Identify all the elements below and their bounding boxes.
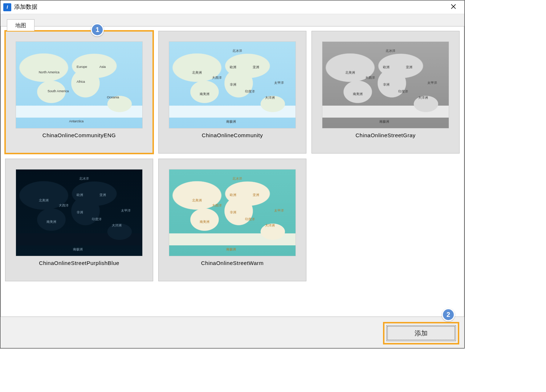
map-region-label: 印度洋 — [398, 89, 408, 94]
map-region-label: 印度洋 — [92, 217, 102, 222]
map-thumbnail: 北冰洋北美洲欧洲亚洲大西洋非洲印度洋南美洲太平洋大洋洲南极洲 — [169, 41, 296, 128]
map-region-label: 非洲 — [383, 82, 390, 87]
map-region-label: 欧洲 — [77, 193, 83, 197]
map-region-label: 北美洲 — [39, 198, 49, 203]
map-region-label: 大西洋 — [212, 203, 222, 208]
map-thumbnail: 北冰洋北美洲欧洲亚洲大西洋非洲印度洋南美洲太平洋大洋洲南极洲 — [322, 41, 449, 128]
map-region-label: North America — [39, 70, 60, 74]
map-region-label: 北冰洋 — [232, 176, 242, 181]
map-region-label: 南极洲 — [226, 247, 236, 252]
map-region-label: 南极洲 — [226, 119, 236, 124]
map-region-label: 大洋洲 — [265, 95, 275, 100]
map-card-label: ChinaOnlineStreetWarm — [201, 260, 264, 266]
add-button-highlight: 添加 2 — [383, 322, 459, 344]
map-region-label: 南极洲 — [379, 119, 389, 124]
dialog-footer: 添加 2 — [0, 318, 464, 348]
map-grid: North AmericaEuropeAsiaAfricaSouth Ameri… — [5, 31, 460, 312]
close-button[interactable] — [445, 2, 461, 13]
map-region-label: 北冰洋 — [232, 49, 242, 53]
map-region-label: 大洋洲 — [112, 223, 122, 228]
map-region-label: 大西洋 — [365, 75, 375, 80]
map-card-ChinaOnlineStreetGray[interactable]: 北冰洋北美洲欧洲亚洲大西洋非洲印度洋南美洲太平洋大洋洲南极洲ChinaOnlin… — [311, 31, 460, 154]
map-region-label: Europe — [77, 65, 87, 69]
map-region-label: 太平洋 — [121, 208, 131, 213]
map-panel: North AmericaEuropeAsiaAfricaSouth Ameri… — [0, 26, 464, 317]
map-region-label: 亚洲 — [253, 193, 259, 197]
map-card-label: ChinaOnlineStreetGray — [355, 132, 416, 138]
close-icon — [451, 4, 456, 11]
app-icon: I — [3, 3, 11, 11]
map-region-label: 印度洋 — [245, 89, 255, 94]
map-region-label: South America — [48, 89, 69, 93]
map-region-label: 印度洋 — [245, 217, 255, 222]
map-region-label: 太平洋 — [274, 208, 284, 213]
map-card-ChinaOnlineCommunityENG[interactable]: North AmericaEuropeAsiaAfricaSouth Ameri… — [5, 31, 153, 154]
map-card-ChinaOnlineStreetWarm[interactable]: 北冰洋北美洲欧洲亚洲大西洋非洲印度洋南美洲太平洋大洋洲南极洲ChinaOnlin… — [158, 159, 306, 281]
map-thumbnail: 北冰洋北美洲欧洲亚洲大西洋非洲印度洋南美洲太平洋大洋洲南极洲 — [169, 169, 296, 256]
map-region-label: Africa — [77, 80, 85, 83]
map-region-label: 南美洲 — [200, 220, 209, 224]
map-region-label: 欧洲 — [230, 65, 236, 70]
map-region-label: 大西洋 — [59, 203, 69, 208]
map-region-label: 北美洲 — [192, 70, 202, 75]
dialog-body: 地图 North AmericaEuropeAsiaAfricaSouth Am… — [0, 14, 464, 348]
map-region-label: 北美洲 — [345, 70, 355, 75]
map-card-label: ChinaOnlineCommunityENG — [42, 132, 116, 138]
titlebar: I 添加数据 — [0, 0, 464, 14]
map-region-label: 太平洋 — [274, 81, 284, 85]
map-thumbnail: 北冰洋北美洲欧洲亚洲大西洋非洲印度洋南美洲太平洋大洋洲南极洲 — [16, 169, 143, 256]
map-region-label: 北美洲 — [192, 198, 202, 203]
map-region-label: 大洋洲 — [265, 223, 275, 228]
map-region-label: 非洲 — [230, 210, 236, 215]
map-region-label: 大洋洲 — [418, 95, 428, 100]
tab-map[interactable]: 地图 — [7, 19, 34, 31]
map-region-label: 南美洲 — [200, 92, 209, 97]
map-thumbnail: North AmericaEuropeAsiaAfricaSouth Ameri… — [16, 41, 143, 128]
map-region-label: Oceania — [107, 95, 119, 99]
map-region-label: 南极洲 — [73, 247, 83, 252]
map-region-label: Asia — [99, 65, 106, 69]
annotation-badge-1: 1 — [91, 23, 104, 36]
add-data-dialog: I 添加数据 地图 North AmericaEuropeAsiaAfricaS… — [0, 0, 465, 348]
add-button[interactable]: 添加 — [386, 325, 456, 341]
map-region-label: 大西洋 — [212, 75, 222, 80]
map-region-label: 北冰洋 — [386, 49, 395, 53]
map-region-label: 欧洲 — [383, 65, 390, 70]
map-region-label: 北冰洋 — [79, 176, 89, 181]
map-region-label: Antarctica — [69, 119, 83, 123]
map-region-label: 亚洲 — [99, 193, 106, 197]
map-card-label: ChinaOnlineCommunity — [202, 132, 263, 138]
map-card-ChinaOnlineStreetPurplishBlue[interactable]: 北冰洋北美洲欧洲亚洲大西洋非洲印度洋南美洲太平洋大洋洲南极洲ChinaOnlin… — [5, 159, 153, 281]
map-region-label: 亚洲 — [406, 65, 412, 70]
map-region-label: 欧洲 — [230, 193, 236, 197]
map-card-ChinaOnlineCommunity[interactable]: 北冰洋北美洲欧洲亚洲大西洋非洲印度洋南美洲太平洋大洋洲南极洲ChinaOnlin… — [158, 31, 306, 154]
map-region-label: 南美洲 — [353, 92, 363, 97]
map-region-label: 非洲 — [77, 210, 83, 215]
map-region-label: 太平洋 — [427, 81, 437, 85]
map-region-label: 非洲 — [230, 82, 236, 87]
map-region-label: 南美洲 — [46, 220, 56, 224]
map-region-label: 亚洲 — [253, 65, 259, 70]
map-card-label: ChinaOnlineStreetPurplishBlue — [39, 260, 119, 266]
annotation-badge-2: 2 — [442, 308, 455, 321]
window-title: 添加数据 — [14, 3, 445, 11]
